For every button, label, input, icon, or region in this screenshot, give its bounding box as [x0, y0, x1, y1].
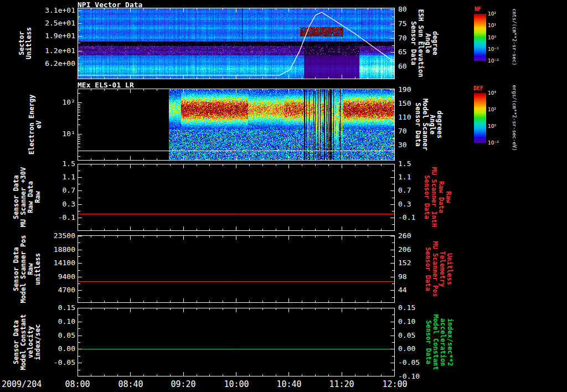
panel3-ytick-right: 1.5	[398, 160, 439, 168]
panel3-ytick-left: 0.3	[34, 200, 75, 208]
panel5-right-label-line: index/sec**2	[446, 314, 453, 370]
colorbar1-tick-label: 10¹	[488, 23, 496, 28]
mu-scanner-raw-panel	[78, 164, 395, 231]
electron-energy-spectrogram	[78, 89, 395, 161]
npi-vector-spectrogram	[78, 8, 395, 79]
panel4-ytick-right: 206	[398, 246, 439, 254]
panel1-ytick-right: 80	[398, 6, 439, 13]
panel1-ytick-right: 60	[398, 63, 439, 70]
xaxis-tick-label: 09:20	[167, 380, 200, 389]
panel5-right-label-line: acceleration	[439, 314, 446, 370]
panel4-right-label-line: Unitless	[446, 241, 453, 297]
panel4-ytick-right: 152	[398, 259, 439, 267]
panel2-title: MEx ELS-01 LR	[78, 81, 134, 89]
panel4-ytick-left: 9400	[34, 273, 75, 281]
panel5-ytick-left: 0.10	[34, 318, 75, 326]
colorbar2-tick-label: 10⁰	[488, 123, 496, 129]
panel5-ytick-right: -0.05	[398, 359, 439, 367]
panel1-ytick-left: 1.9e+01	[34, 32, 75, 40]
nf-colorbar	[474, 14, 486, 61]
panel3-right-label-line: Raw	[445, 167, 452, 227]
panel4-ytick-right: 260	[398, 232, 439, 240]
panel4-ytick-left: 14100	[34, 259, 75, 267]
colorbar2-tick-label: 10⁻²	[488, 140, 499, 146]
nf-colorbar-units: cnts/(cm**2-sr-sec)	[512, 9, 517, 66]
panel1-ylabel-line: Unitless	[25, 27, 33, 59]
model-constant-velocity-panel	[78, 308, 395, 376]
nf-colorbar-units-text: cnts/(cm**2-sr-sec)	[512, 9, 517, 66]
panel3-ytick-right: 0.3	[398, 200, 439, 208]
panel2-ytick-left: 10²	[34, 99, 75, 106]
panel1-ytick-left: 1.2e+01	[34, 47, 75, 55]
panel4-ytick-left: 4700	[34, 286, 75, 294]
panel2-ytick-left: 10¹	[34, 130, 75, 138]
panel5-ytick-left: 0.15	[34, 304, 75, 312]
xaxis-tick-label: 08:00	[61, 380, 94, 389]
panel3-ytick-right: -0.1	[398, 214, 439, 221]
xaxis-date-label: 2009/204	[2, 380, 42, 389]
panel5-ytick-right: 0.15	[398, 304, 439, 312]
def-colorbar-title: DEF	[473, 85, 483, 91]
panel1-ytick-left: 6.2e+00	[34, 60, 75, 68]
panel4-ytick-left: 23500	[34, 232, 75, 240]
panel3-ytick-left: 0.7	[34, 187, 75, 194]
panel3-ytick-right: 0.7	[398, 187, 439, 194]
panel5-ytick-right: 0.05	[398, 332, 439, 339]
panel4-right-label-line: Telemetry	[439, 241, 446, 297]
def-colorbar	[474, 93, 486, 143]
panel2-ytick-right: 30	[398, 141, 439, 149]
panel3-ytick-left: -0.1	[34, 214, 75, 221]
panel1-ytick-right: 75	[398, 20, 439, 28]
panel1-ytick-right: 65	[398, 48, 439, 56]
panel2-ytick-right: 190	[398, 86, 439, 94]
panel5-ytick-left: -0.05	[34, 359, 75, 367]
colorbar2-tick-label: 10⁴	[488, 90, 496, 96]
panel1-ytick-right: 70	[398, 34, 439, 42]
panel5-ytick-left: 0.05	[34, 332, 75, 339]
panel4-ytick-right: 44	[398, 286, 439, 294]
nf-colorbar-title: NF	[475, 6, 481, 12]
xaxis-tick-label: 11:20	[325, 380, 358, 389]
panel4-ytick-right: 98	[398, 273, 439, 281]
panel2-ytick-right: 150	[398, 100, 439, 107]
panel3-ytick-right: 1.1	[398, 173, 439, 181]
def-colorbar-units-text: ergs/(cm**2-sr-sec-eV)	[512, 85, 517, 151]
panel5-ytick-right: 0.00	[398, 345, 439, 353]
xaxis-tick-label: 12:00	[378, 380, 411, 389]
panel3-ytick-left: 1.1	[34, 173, 75, 181]
colorbar1-tick-label: 10⁻²	[488, 58, 499, 64]
panel3-ytick-left: 1.5	[34, 160, 75, 168]
colorbar1-tick-label: 10⁻¹	[488, 47, 499, 52]
panel1-ytick-left: 2.5e+01	[34, 19, 75, 27]
colorbar1-tick-label: 10⁰	[488, 35, 496, 40]
colorbar1-tick-label: 10²	[488, 11, 496, 17]
panel5-ytick-left: 0.00	[34, 345, 75, 353]
def-colorbar-units: ergs/(cm**2-sr-sec-eV)	[512, 85, 517, 151]
telemetry-plot-screen: NPI Vector Data MEx ELS-01 LR SectorUnit…	[0, 0, 567, 392]
xaxis-tick-label: 10:00	[220, 380, 253, 389]
xaxis-tick-label: 08:40	[114, 380, 147, 389]
colorbar2-tick-label: 10²	[488, 107, 496, 112]
scanner-pos-panel	[78, 235, 395, 303]
panel2-ytick-right: 110	[398, 114, 439, 121]
panel2-ytick-right: 70	[398, 127, 439, 135]
panel1-ylabel: SectorUnitless	[18, 27, 33, 59]
panel4-ytick-left: 18800	[34, 246, 75, 254]
xaxis-tick-label: 10:40	[272, 380, 306, 389]
panel5-ytick-right: 0.10	[398, 318, 439, 326]
panel1-ytick-left: 3.1e+01	[34, 7, 75, 14]
panel1-title: NPI Vector Data	[78, 1, 142, 9]
